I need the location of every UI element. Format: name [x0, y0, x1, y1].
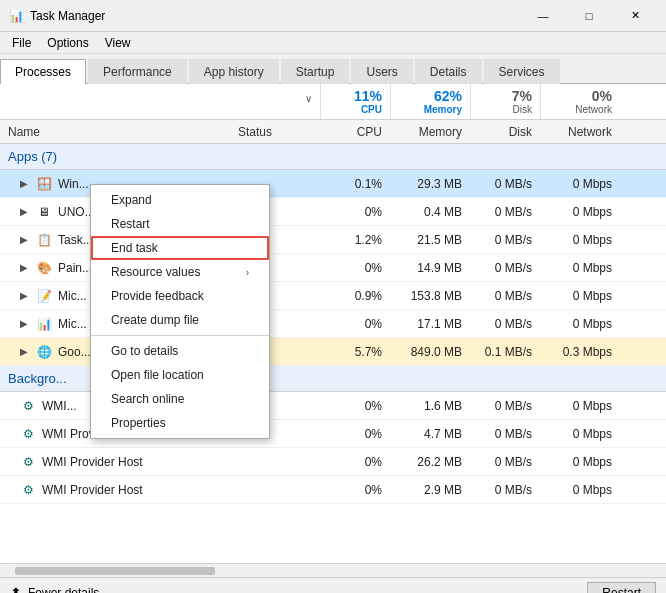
row-cpu: 5.7%: [320, 345, 390, 359]
row-cpu: 0%: [320, 317, 390, 331]
col-header-cpu[interactable]: CPU: [320, 120, 390, 143]
ctx-open-file-location[interactable]: Open file location: [91, 363, 269, 387]
col-header-status[interactable]: Status: [230, 120, 320, 143]
row-expand-arrow[interactable]: ▶: [20, 318, 30, 329]
row-name-cell: ⚙ WMI Provider Host: [0, 482, 230, 498]
close-button[interactable]: ✕: [612, 0, 658, 32]
ctx-end-task[interactable]: End task: [91, 236, 269, 260]
app-icon-win: 🪟: [36, 176, 52, 192]
app-icon-paint: 🎨: [36, 260, 52, 276]
row-network: 0 Mbps: [540, 427, 620, 441]
row-network: 0 Mbps: [540, 177, 620, 191]
row-name: Goo...: [58, 345, 91, 359]
app-icon-wmi2: ⚙: [20, 426, 36, 442]
ctx-resource-values-label: Resource values: [111, 265, 200, 279]
maximize-button[interactable]: □: [566, 0, 612, 32]
row-network: 0 Mbps: [540, 483, 620, 497]
row-expand-arrow[interactable]: ▶: [20, 206, 30, 217]
column-stats-header: ∨ 11% CPU 62% Memory 7% Disk 0% Network: [0, 84, 666, 120]
ctx-restart[interactable]: Restart: [91, 212, 269, 236]
table-row[interactable]: ⚙ WMI Provider Host 0% 2.9 MB 0 MB/s 0 M…: [0, 476, 666, 504]
horizontal-scrollbar[interactable]: [0, 563, 666, 577]
restart-button[interactable]: Restart: [587, 582, 656, 594]
menu-file[interactable]: File: [4, 34, 39, 52]
row-name: Task...: [58, 233, 93, 247]
ctx-search-online[interactable]: Search online: [91, 387, 269, 411]
row-disk: 0 MB/s: [470, 483, 540, 497]
row-cpu: 0%: [320, 427, 390, 441]
tab-services[interactable]: Services: [484, 59, 560, 84]
row-memory: 17.1 MB: [390, 317, 470, 331]
col-header-memory[interactable]: Memory: [390, 120, 470, 143]
row-memory: 1.6 MB: [390, 399, 470, 413]
tabs: Processes Performance App history Startu…: [0, 54, 666, 84]
hscroll-thumb[interactable]: [15, 567, 215, 575]
row-expand-arrow[interactable]: ▶: [20, 290, 30, 301]
minimize-button[interactable]: —: [520, 0, 566, 32]
row-cpu: 0%: [320, 455, 390, 469]
apps-section-title: Apps (7): [0, 149, 230, 164]
disk-stat-header: 7% Disk: [470, 84, 540, 119]
app-icon-wmi3: ⚙: [20, 454, 36, 470]
row-memory: 153.8 MB: [390, 289, 470, 303]
row-memory: 849.0 MB: [390, 345, 470, 359]
row-memory: 0.4 MB: [390, 205, 470, 219]
row-network: 0 Mbps: [540, 399, 620, 413]
row-memory: 29.3 MB: [390, 177, 470, 191]
tab-performance[interactable]: Performance: [88, 59, 187, 84]
ctx-properties[interactable]: Properties: [91, 411, 269, 435]
app-icon-uno: 🖥: [36, 204, 52, 220]
fewer-details-button[interactable]: ⬆ Fewer details: [10, 585, 99, 594]
row-network: 0 Mbps: [540, 233, 620, 247]
column-names-header: Name Status CPU Memory Disk Network: [0, 120, 666, 144]
tab-startup[interactable]: Startup: [281, 59, 350, 84]
expand-area: ∨: [0, 84, 320, 112]
row-name-cell: ⚙ WMI Provider Host: [0, 454, 230, 470]
apps-section-header: Apps (7): [0, 144, 666, 170]
row-network: 0 Mbps: [540, 317, 620, 331]
row-cpu: 0%: [320, 399, 390, 413]
network-stat-header: 0% Network: [540, 84, 620, 119]
row-expand-arrow[interactable]: ▶: [20, 262, 30, 273]
row-disk: 0.1 MB/s: [470, 345, 540, 359]
row-name: WMI...: [42, 399, 77, 413]
ctx-provide-feedback[interactable]: Provide feedback: [91, 284, 269, 308]
tab-app-history[interactable]: App history: [189, 59, 279, 84]
table-row[interactable]: ⚙ WMI Provider Host 0% 26.2 MB 0 MB/s 0 …: [0, 448, 666, 476]
row-network: 0 Mbps: [540, 289, 620, 303]
col-header-name[interactable]: Name: [0, 120, 230, 143]
row-cpu: 0.1%: [320, 177, 390, 191]
menu-view[interactable]: View: [97, 34, 139, 52]
main-content: ∨ 11% CPU 62% Memory 7% Disk 0% Network …: [0, 84, 666, 563]
menu-options[interactable]: Options: [39, 34, 96, 52]
row-memory: 26.2 MB: [390, 455, 470, 469]
row-name: WMI Provider Host: [42, 455, 143, 469]
tab-users[interactable]: Users: [351, 59, 412, 84]
row-network: 0 Mbps: [540, 261, 620, 275]
row-expand-arrow[interactable]: ▶: [20, 178, 30, 189]
menubar: File Options View: [0, 32, 666, 54]
fewer-details-label: Fewer details: [28, 586, 99, 594]
row-name: Pain...: [58, 261, 92, 275]
row-name: WMI Provider Host: [42, 483, 143, 497]
row-expand-arrow[interactable]: ▶: [20, 234, 30, 245]
row-cpu: 0%: [320, 483, 390, 497]
app-icon-task: 📋: [36, 232, 52, 248]
app-icon-word: 📝: [36, 288, 52, 304]
row-name: Mic...: [58, 289, 87, 303]
ctx-expand[interactable]: Expand: [91, 188, 269, 212]
row-cpu: 0%: [320, 261, 390, 275]
memory-stat-header: 62% Memory: [390, 84, 470, 119]
row-expand-arrow[interactable]: ▶: [20, 346, 30, 357]
bottom-bar: ⬆ Fewer details Restart: [0, 577, 666, 593]
row-disk: 0 MB/s: [470, 317, 540, 331]
expand-arrow-icon[interactable]: ∨: [305, 93, 312, 104]
ctx-go-to-details[interactable]: Go to details: [91, 339, 269, 363]
tab-processes[interactable]: Processes: [0, 59, 86, 84]
row-disk: 0 MB/s: [470, 399, 540, 413]
col-header-network[interactable]: Network: [540, 120, 620, 143]
col-header-disk[interactable]: Disk: [470, 120, 540, 143]
ctx-resource-values[interactable]: Resource values ›: [91, 260, 269, 284]
tab-details[interactable]: Details: [415, 59, 482, 84]
ctx-create-dump[interactable]: Create dump file: [91, 308, 269, 332]
